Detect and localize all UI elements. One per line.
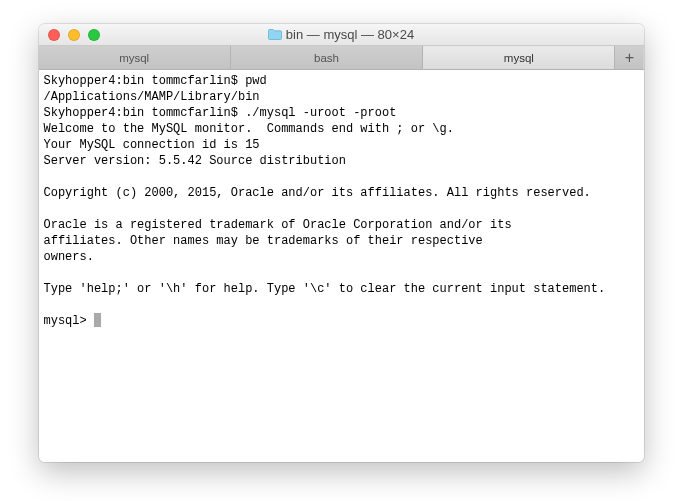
terminal-window: bin — mysql — 80×24 mysql bash mysql + S… (39, 24, 644, 462)
tabbar: mysql bash mysql + (39, 46, 644, 70)
window-title: bin — mysql — 80×24 (286, 27, 414, 42)
close-button[interactable] (48, 29, 60, 41)
tab-label: mysql (119, 52, 149, 64)
maximize-button[interactable] (88, 29, 100, 41)
plus-icon: + (625, 49, 634, 67)
tab-mysql-2[interactable]: mysql (423, 46, 615, 69)
tab-label: mysql (504, 52, 534, 64)
new-tab-button[interactable]: + (615, 46, 643, 69)
tab-mysql-1[interactable]: mysql (39, 46, 231, 69)
terminal-content[interactable]: Skyhopper4:bin tommcfarlin$ pwd /Applica… (39, 70, 644, 462)
mysql-prompt: mysql> (44, 314, 94, 328)
folder-icon (268, 29, 282, 40)
cursor (94, 313, 101, 327)
traffic-lights (39, 29, 100, 41)
terminal-output: Skyhopper4:bin tommcfarlin$ pwd /Applica… (44, 74, 606, 296)
tab-bash[interactable]: bash (231, 46, 423, 69)
titlebar[interactable]: bin — mysql — 80×24 (39, 24, 644, 46)
minimize-button[interactable] (68, 29, 80, 41)
window-title-wrap: bin — mysql — 80×24 (39, 27, 644, 42)
tab-label: bash (314, 52, 339, 64)
